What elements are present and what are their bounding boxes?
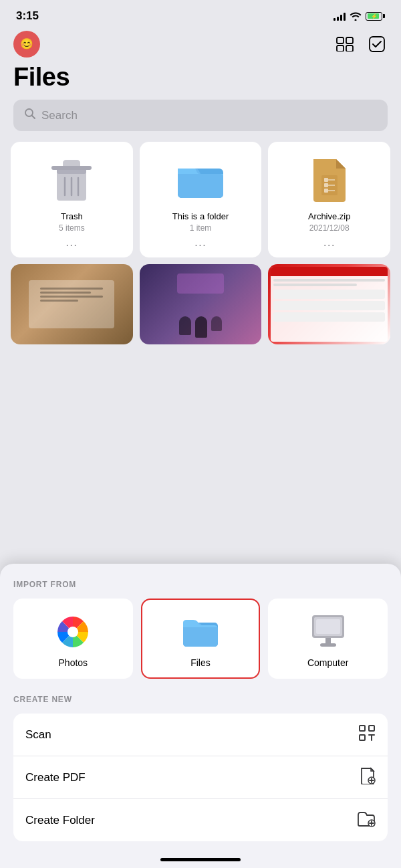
import-section-label: IMPORT FROM — [13, 580, 388, 589]
svg-rect-34 — [369, 726, 374, 731]
create-scan-label: Scan — [25, 728, 51, 742]
file-meta-folder: 1 item — [190, 223, 212, 233]
page-title: Files — [13, 63, 388, 92]
svg-rect-33 — [360, 726, 365, 731]
files-icon — [182, 613, 219, 651]
header-actions — [334, 33, 388, 55]
search-icon — [24, 108, 36, 123]
file-name-trash: Trash — [61, 211, 83, 221]
signal-icon — [333, 11, 346, 21]
status-bar: 3:15 ⚡ — [0, 0, 401, 28]
trash-icon-area — [45, 152, 98, 206]
file-dots-folder[interactable]: ... — [194, 235, 207, 249]
file-dots-zip[interactable]: ... — [323, 235, 336, 249]
svg-text:😊: 😊 — [20, 37, 33, 50]
svg-rect-4 — [337, 45, 344, 51]
svg-point-26 — [68, 627, 78, 637]
svg-rect-6 — [370, 37, 384, 51]
svg-rect-20 — [324, 189, 328, 193]
folder-icon-area — [174, 152, 227, 206]
svg-rect-19 — [324, 183, 328, 187]
svg-rect-32 — [316, 619, 340, 634]
import-grid: Photos Files — [13, 599, 388, 679]
create-list: Scan Create PDF — [13, 714, 388, 841]
files-grid: Trash 5 items ... This is a folder 1 ite… — [0, 142, 401, 257]
list-view-icon — [336, 37, 354, 51]
svg-rect-2 — [337, 37, 344, 43]
app-header: 😊 — [0, 28, 401, 60]
create-item-folder[interactable]: Create Folder — [13, 799, 388, 841]
file-dots-trash[interactable]: ... — [65, 235, 78, 249]
list-icon-button[interactable] — [334, 33, 356, 55]
battery-icon: ⚡ — [366, 12, 385, 21]
file-card-folder[interactable]: This is a folder 1 item ... — [140, 142, 262, 257]
scan-icon — [358, 724, 376, 745]
checkmark-icon — [368, 35, 386, 53]
create-folder-label: Create Folder — [25, 814, 95, 827]
file-card-zip[interactable]: Archive.zip 2021/12/08 ... — [268, 142, 390, 257]
svg-rect-18 — [324, 178, 328, 182]
computer-icon — [309, 613, 347, 651]
create-section-label: CREATE NEW — [13, 695, 388, 704]
import-computer-card[interactable]: Computer — [268, 599, 388, 679]
file-meta-zip: 2021/12/08 — [309, 223, 350, 233]
create-pdf-label: Create PDF — [25, 771, 86, 784]
status-icons: ⚡ — [333, 11, 385, 21]
file-card-trash[interactable]: Trash 5 items ... — [11, 142, 133, 257]
svg-rect-3 — [346, 37, 353, 43]
photos-icon — [54, 613, 92, 651]
search-bar[interactable]: Search — [13, 100, 388, 131]
file-meta-trash: 5 items — [59, 223, 85, 233]
photos-grid-row — [0, 264, 401, 344]
create-folder-icon — [357, 810, 376, 831]
svg-rect-12 — [51, 166, 92, 170]
photo-thumb-2 — [140, 264, 262, 344]
import-computer-label: Computer — [307, 657, 348, 668]
search-container: Search — [0, 100, 401, 142]
svg-rect-35 — [360, 735, 365, 740]
photo-card-2[interactable] — [140, 264, 262, 344]
import-files-card[interactable]: Files — [141, 599, 261, 679]
status-time: 3:15 — [16, 9, 39, 23]
trash-icon — [51, 155, 92, 203]
create-item-scan[interactable]: Scan — [13, 714, 388, 756]
import-files-label: Files — [190, 657, 211, 668]
zip-file-icon — [311, 156, 348, 202]
bottom-sheet: IMPORT FROM — [0, 564, 401, 868]
photo-card-3[interactable] — [268, 264, 390, 344]
create-item-pdf[interactable]: Create PDF — [13, 756, 388, 799]
wifi-icon — [350, 11, 362, 21]
check-square-button[interactable] — [366, 33, 388, 55]
search-placeholder: Search — [41, 109, 78, 122]
photo-thumb-1 — [11, 264, 133, 344]
svg-rect-5 — [346, 45, 353, 51]
import-photos-card[interactable]: Photos — [13, 599, 133, 679]
file-name-zip: Archive.zip — [308, 211, 351, 221]
svg-rect-31 — [320, 643, 336, 647]
zip-icon-area — [303, 152, 356, 206]
app-logo[interactable]: 😊 — [13, 31, 40, 58]
page-title-area: Files — [0, 60, 401, 100]
create-pdf-icon — [360, 767, 376, 788]
folder-icon — [176, 159, 225, 199]
svg-rect-30 — [325, 638, 331, 643]
photo-card-1[interactable] — [11, 264, 133, 344]
svg-line-8 — [32, 116, 35, 119]
import-photos-label: Photos — [59, 657, 88, 668]
file-name-folder: This is a folder — [172, 211, 229, 221]
logo-icon: 😊 — [17, 35, 36, 53]
home-indicator — [160, 858, 241, 861]
photo-thumb-3 — [268, 264, 390, 344]
